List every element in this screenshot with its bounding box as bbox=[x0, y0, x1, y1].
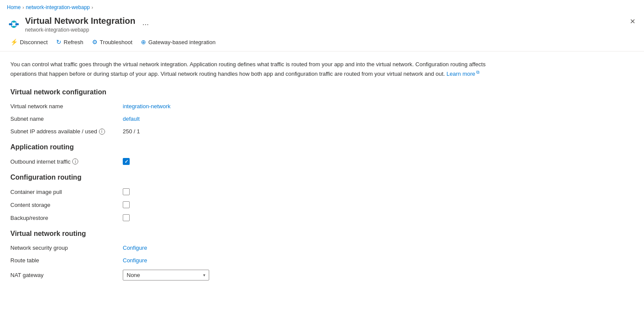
field-subnet-ip: Subnet IP address available / used i 250… bbox=[10, 128, 634, 135]
outbound-info-icon[interactable]: i bbox=[72, 158, 78, 164]
container-pull-checkbox[interactable] bbox=[123, 188, 130, 195]
svg-rect-0 bbox=[9, 23, 12, 25]
container-pull-checkbox-wrapper bbox=[123, 188, 130, 195]
field-label-subnet-name: Subnet name bbox=[10, 116, 123, 122]
vnet-icon bbox=[7, 17, 21, 31]
breadcrumb: Home › network-integration-webapp › bbox=[0, 0, 644, 12]
field-outbound-traffic: Outbound internet traffic i bbox=[10, 158, 634, 165]
config-routing-section: Configuration routing Container image pu… bbox=[10, 174, 634, 221]
subnet-name-value[interactable]: default bbox=[123, 116, 140, 122]
page-header: Virtual Network Integration network-inte… bbox=[0, 12, 644, 33]
nat-gateway-value: None bbox=[127, 272, 140, 278]
breadcrumb-app[interactable]: network-integration-webapp bbox=[26, 4, 90, 10]
page-subtitle: network-integration-webapp bbox=[25, 27, 135, 33]
field-label-nsg: Network security group bbox=[10, 245, 123, 251]
field-label-backup-restore: Backup/restore bbox=[10, 215, 123, 221]
field-vnet-name: Virtual network name integration-network bbox=[10, 103, 634, 110]
field-backup-restore: Backup/restore bbox=[10, 214, 634, 221]
app-routing-section: Application routing Outbound internet tr… bbox=[10, 143, 634, 165]
field-label-outbound: Outbound internet traffic i bbox=[10, 158, 123, 165]
content-storage-checkbox[interactable] bbox=[123, 201, 130, 208]
learn-more-link[interactable]: Learn more⧉ bbox=[446, 71, 479, 77]
field-label-route-table: Route table bbox=[10, 257, 123, 264]
config-routing-title: Configuration routing bbox=[10, 174, 634, 181]
field-network-security-group: Network security group Configure bbox=[10, 245, 634, 251]
svg-rect-3 bbox=[16, 23, 19, 25]
breadcrumb-chevron-1: › bbox=[22, 5, 24, 10]
breadcrumb-chevron-2: › bbox=[92, 5, 93, 10]
nat-gateway-dropdown[interactable]: None ▾ bbox=[123, 270, 209, 280]
external-link-icon: ⧉ bbox=[476, 70, 479, 74]
svg-rect-1 bbox=[13, 21, 15, 23]
header-left: Virtual Network Integration network-inte… bbox=[7, 16, 151, 33]
disconnect-button[interactable]: ⚡ Disconnect bbox=[7, 36, 51, 48]
gateway-integration-button[interactable]: ⊕ Gateway-based integration bbox=[137, 36, 219, 48]
field-content-storage: Content storage bbox=[10, 201, 634, 208]
close-button[interactable]: ✕ bbox=[628, 16, 637, 27]
refresh-button[interactable]: ↻ Refresh bbox=[53, 36, 87, 48]
field-nat-gateway: NAT gateway None ▾ bbox=[10, 270, 634, 280]
header-text: Virtual Network Integration network-inte… bbox=[25, 16, 135, 33]
field-route-table: Route table Configure bbox=[10, 257, 634, 264]
field-label-container-pull: Container image pull bbox=[10, 189, 123, 195]
subnet-ip-value: 250 / 1 bbox=[123, 128, 140, 135]
toolbar: ⚡ Disconnect ↻ Refresh ⚙ Troubleshoot ⊕ … bbox=[0, 33, 644, 52]
vnet-routing-section: Virtual network routing Network security… bbox=[10, 230, 634, 280]
gateway-icon: ⊕ bbox=[141, 39, 146, 45]
app-routing-title: Application routing bbox=[10, 143, 634, 151]
field-label-subnet-ip: Subnet IP address available / used i bbox=[10, 128, 123, 135]
svg-rect-2 bbox=[13, 26, 15, 28]
refresh-icon: ↻ bbox=[56, 39, 61, 45]
outbound-traffic-checkbox-wrapper bbox=[123, 158, 130, 165]
troubleshoot-button[interactable]: ⚙ Troubleshoot bbox=[89, 36, 136, 48]
breadcrumb-home[interactable]: Home bbox=[7, 4, 21, 10]
vnet-routing-title: Virtual network routing bbox=[10, 230, 634, 238]
backup-restore-checkbox[interactable] bbox=[123, 214, 130, 221]
nsg-configure-link[interactable]: Configure bbox=[123, 245, 147, 251]
nat-dropdown-chevron: ▾ bbox=[203, 273, 205, 277]
field-subnet-name: Subnet name default bbox=[10, 116, 634, 122]
content-storage-checkbox-wrapper bbox=[123, 201, 130, 208]
vnet-config-title: Virtual network configuration bbox=[10, 88, 634, 96]
route-table-configure-link[interactable]: Configure bbox=[123, 257, 147, 264]
troubleshoot-icon: ⚙ bbox=[92, 39, 98, 45]
subnet-ip-info-icon[interactable]: i bbox=[99, 129, 105, 135]
field-container-image-pull: Container image pull bbox=[10, 188, 634, 195]
backup-restore-checkbox-wrapper bbox=[123, 214, 130, 221]
field-label-nat-gateway: NAT gateway bbox=[10, 272, 123, 278]
vnet-name-value[interactable]: integration-network bbox=[123, 103, 171, 110]
more-options-button[interactable]: ··· bbox=[140, 19, 151, 30]
disconnect-icon: ⚡ bbox=[10, 39, 18, 45]
field-label-content-storage: Content storage bbox=[10, 202, 123, 208]
outbound-traffic-checkbox[interactable] bbox=[123, 158, 130, 165]
description-text: You can control what traffic goes throug… bbox=[10, 60, 486, 78]
page-title: Virtual Network Integration bbox=[25, 16, 135, 26]
main-content: You can control what traffic goes throug… bbox=[0, 52, 644, 296]
field-label-vnet-name: Virtual network name bbox=[10, 103, 123, 110]
vnet-config-section: Virtual network configuration Virtual ne… bbox=[10, 88, 634, 135]
